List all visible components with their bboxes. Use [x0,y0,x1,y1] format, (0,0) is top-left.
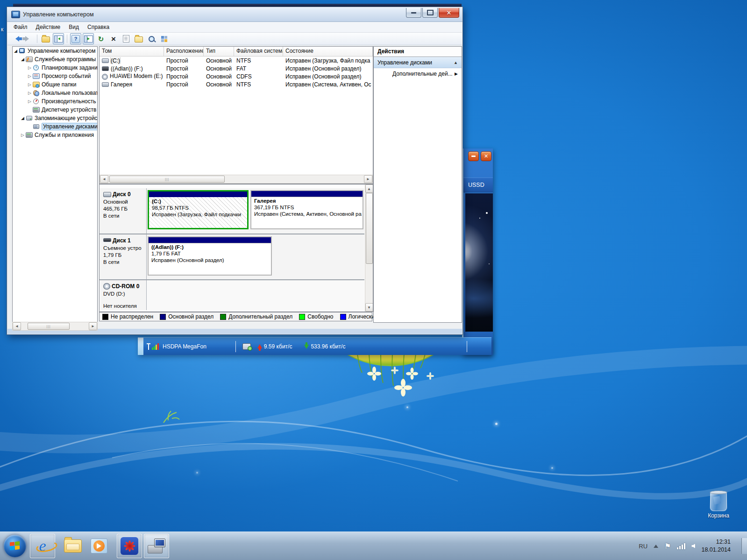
volume-row-huawei[interactable]: HUAWEI Modem (E:) Простой Основной CDFS … [100,72,373,80]
expander-icon[interactable]: ▷ [27,99,33,104]
disk1-info[interactable]: Диск 1 Съемное устро 1,79 ГБ В сети [100,234,147,279]
volume-list-horizontal-scrollbar[interactable]: ◄ ||| ► [100,175,373,184]
show-console-tree-button[interactable] [53,33,64,44]
network-signal-icon[interactable] [677,543,685,549]
partition-gallery[interactable]: Галерея 367,19 ГБ NTFS Исправен (Система… [250,190,363,229]
expander-icon[interactable]: ▷ [27,82,33,87]
tree-item-disk-management[interactable]: Управление дисками [13,122,97,131]
properties-button[interactable] [121,33,132,44]
tree-item-system-tools[interactable]: ◢ Служебные программы [13,55,97,64]
menu-action[interactable]: Действие [32,22,65,32]
expander-icon[interactable]: ◢ [20,57,26,62]
taskbar-ie-button[interactable]: e [30,534,55,558]
volume-row-gallery[interactable]: Галерея Простой Основной NTFS Исправен (… [100,80,373,88]
scrollbar-thumb[interactable] [366,193,373,264]
modem-minimize-button[interactable] [468,151,479,161]
column-header[interactable]: Расположение [164,47,204,56]
column-header[interactable]: Том [100,47,164,56]
expander-icon[interactable]: ▷ [27,65,33,70]
menu-view[interactable]: Вид [64,22,83,32]
scroll-down-arrow[interactable]: ▼ [365,303,373,312]
taskbar-explorer-button[interactable] [61,534,85,558]
modem-tab-ussd[interactable]: USSD [463,177,493,192]
actions-more[interactable]: Дополнительные дей... ▶ [374,68,462,79]
scroll-up-arrow[interactable]: ▲ [365,184,373,193]
taskbar-media-player-button[interactable] [87,534,111,558]
legend-item: Основной раздел [160,313,213,320]
menu-file[interactable]: Файл [9,22,32,32]
actions-disk-management[interactable]: Управление дисками ▲ [374,57,462,68]
expander-icon[interactable]: ▷ [27,74,33,78]
modem-space-image [465,193,493,332]
partition-c[interactable]: (C:) 98,57 ГБ NTFS Исправен (Загрузка, Ф… [148,190,249,229]
tray-clock[interactable]: 12:31 18.01.2014 [701,538,731,554]
tree-item-event-viewer[interactable]: ▷ Просмотр событий [13,72,97,80]
tree-item-storage[interactable]: ◢ Запоминающие устройст [13,114,97,122]
volume-row-adlan[interactable]: ((Adlan)) (F:) Простой Основной FAT Испр… [100,64,373,72]
legend-swatch [220,314,226,320]
expander-icon[interactable]: ▷ [20,133,26,137]
tree-horizontal-scrollbar[interactable]: ◄ ||| ► [12,322,98,331]
network-name: HSDPA MegaFon [163,343,206,350]
signal-strength-icon [148,343,159,350]
refresh-button[interactable]: ↻ [95,33,107,44]
tree-item-shared-folders[interactable]: ▷ Общие папки [13,80,97,89]
partition-legend: Не распределен Основной раздел Дополните… [99,312,372,321]
expander-icon[interactable]: ◢ [13,49,19,53]
settings-button[interactable] [158,33,170,44]
partition-adlan[interactable]: ((Adlan)) (F:) 1,79 ГБ FAT Исправен (Осн… [148,236,272,276]
scroll-right-arrow[interactable]: ► [89,322,97,330]
column-header[interactable]: Файловая система [234,47,283,56]
taskbar-huawei-button[interactable] [117,534,142,558]
show-action-pane-button[interactable] [83,33,94,44]
tree-item-device-manager[interactable]: Диспетчер устройств [13,106,97,114]
taskbar-computer-management-button[interactable] [144,534,169,558]
show-desktop-button[interactable] [741,538,747,554]
tree-item-performance[interactable]: ▷ Производительность [13,97,97,106]
column-header[interactable]: Тип [204,47,234,56]
volume-row-c[interactable]: (C:) Простой Основной NTFS Исправен (Заг… [100,57,373,64]
tree-item-task-scheduler[interactable]: ▷ Планировщик заданий [13,64,97,72]
performance-icon [33,99,40,104]
disk-icon [103,192,111,197]
recycle-bin[interactable]: Корзина [704,491,733,519]
column-header[interactable]: Состояние [283,47,373,56]
volume-icon[interactable] [691,544,695,548]
disk0-info[interactable]: Диск 0 Основной 465,76 ГБ В сети [100,188,147,234]
delete-button[interactable]: × [108,33,119,44]
expander-icon[interactable]: ◢ [20,116,26,121]
scroll-right-arrow[interactable]: ► [364,175,372,183]
forward-button[interactable] [23,33,34,44]
scroll-left-arrow[interactable]: ◄ [13,322,21,330]
expander-icon[interactable]: ▷ [27,91,33,95]
separator [235,341,236,352]
menu-help[interactable]: Справка [83,22,114,32]
media-player-icon [91,539,107,553]
minimize-button[interactable] [406,8,421,18]
language-indicator[interactable]: RU [639,543,647,550]
back-button[interactable] [10,33,21,44]
scroll-left-arrow[interactable]: ◄ [100,175,108,183]
disk-management-icon [33,124,40,129]
search-button[interactable] [146,33,157,44]
action-center-flag-icon[interactable]: ⚑ [664,542,671,551]
tree-item-local-users[interactable]: ▷ Локальные пользовате [13,89,97,97]
title-bar[interactable]: Управление компьютером ✕ [7,7,462,22]
open-button[interactable] [133,33,144,44]
help-button[interactable]: ? [70,33,81,44]
start-button[interactable] [4,535,26,557]
disk-area-vertical-scrollbar[interactable]: ▲ ▼ [365,184,373,312]
maximize-button[interactable] [422,8,438,18]
modem-close-button[interactable]: ✕ [481,151,491,161]
tree-item-services[interactable]: ▷ Службы и приложения [13,131,97,139]
close-button[interactable]: ✕ [439,8,459,18]
window-title: Управление компьютером [23,11,94,18]
up-level-button[interactable] [40,33,51,44]
show-hidden-icons-chevron[interactable] [654,542,658,548]
collapse-arrow-icon[interactable]: ▲ [454,60,458,65]
scrollbar-thumb[interactable]: ||| [109,176,225,183]
cdrom-info[interactable]: CD-ROM 0 DVD (D:) Нет носителя [100,280,147,310]
scrollbar-thumb[interactable]: ||| [28,323,70,330]
sparkle [551,467,553,469]
tree-item-root[interactable]: ◢ Управление компьютером (л [13,47,97,55]
